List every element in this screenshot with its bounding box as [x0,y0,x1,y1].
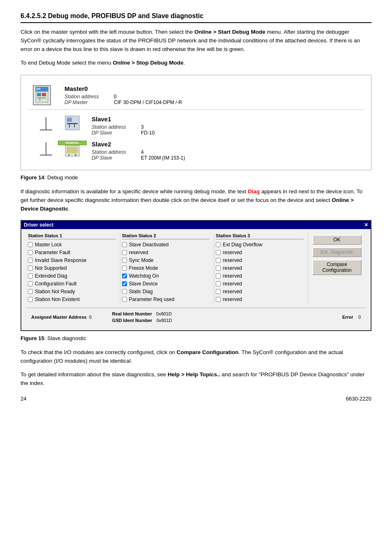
param-req-used-label: Parameter Req used [129,297,175,302]
reserved-s3-4-checkbox[interactable] [216,273,221,278]
close-icon[interactable]: ✕ [364,222,368,228]
dialog-buttons-col: OK Ext. Diagnostic Compare Configuration [308,233,366,304]
slave2-station-value: 4 [141,149,144,155]
col3-header: Station Status 3 [216,233,304,239]
master-name: Master0 [65,85,364,92]
reserved-s3-6-checkbox[interactable] [216,289,221,294]
dialog-footer: Assigned Master Address 0 Real Ident Num… [26,308,366,326]
svg-rect-13 [75,154,76,156]
master-dp-label: DP Master [65,100,106,105]
chk-param-req-used: Parameter Req used [122,297,210,302]
static-diag-label: Static Diag [129,289,153,294]
station-not-ready-checkbox[interactable] [28,289,33,294]
master-lock-label: Master Lock [35,242,62,248]
gsd-ident-value: 0x801D [157,318,172,323]
slave-device-checkbox[interactable] [122,281,127,286]
error-label: Error [342,315,353,320]
svg-rect-8 [69,124,70,127]
paragraph-2: To end Debug Mode select the menu Online… [21,59,371,67]
dialog-titlebar: Driver select ✕ [21,221,371,229]
error-item: Error 0 [342,315,361,320]
static-diag-checkbox[interactable] [122,289,127,294]
chk-reserved-s3-6: reserved [216,289,304,294]
reserved-s3-7-label: reserved [223,297,242,302]
ext-diag-overflow-checkbox[interactable] [216,242,221,247]
station-non-existent-checkbox[interactable] [28,297,33,302]
svg-rect-6 [67,118,72,122]
svg-rect-7 [67,123,78,124]
paragraph-5: To get detailed information about the sl… [21,371,371,388]
reserved-s3-7-checkbox[interactable] [216,297,221,302]
col1-header: Station Status 1 [28,233,116,239]
reserved-s3-6-label: reserved [223,289,242,294]
chk-parameter-fault: Parameter Fault [28,250,116,255]
page-footer: 24 6630-2220 [21,396,371,402]
assigned-master-value: 0 [89,315,92,320]
freeze-mode-checkbox[interactable] [122,266,127,271]
invalid-slave-checkbox[interactable] [28,258,33,263]
not-supported-checkbox[interactable] [28,266,33,271]
slave2-dp-value: ET 200M (IM 153-1) [141,155,185,161]
svg-rect-1 [37,93,41,96]
chk-freeze-mode: Freeze Mode [122,265,210,271]
extended-diag-checkbox[interactable] [28,273,33,278]
slave2-dp-label: DP Slave [92,155,133,161]
svg-rect-12 [68,154,70,156]
slave1-station-value: 3 [141,124,144,130]
doc-number: 6630-2220 [346,396,371,402]
figure-14-caption: Driver selectFigure 14Figure 14: Debug m… [21,174,371,182]
master-lock-checkbox[interactable] [28,242,33,247]
config-fault-label: Configuration Fault [35,281,76,287]
sync-mode-checkbox[interactable] [122,258,127,263]
param-req-used-checkbox[interactable] [122,297,127,302]
slave1-dp-value: FD-10 [141,130,154,136]
chk-ext-diag-overflow: Ext Diag Overflow [216,242,304,248]
paragraph-3: If diagnostic information is available f… [21,188,371,213]
chk-master-lock: Master Lock [28,242,116,248]
chk-invalid-slave: Invalid Slave Response [28,257,116,263]
ext-diagnostic-button[interactable]: Ext. Diagnostic [312,247,362,257]
svg-rect-9 [74,124,75,127]
dialog-body: Station Status 1 Master Lock Parameter F… [21,229,371,330]
reserved-s3-3-checkbox[interactable] [216,266,221,271]
page-number: 24 [21,396,26,402]
real-ident-value: 0x801D [156,311,172,316]
reserved-s3-2-checkbox[interactable] [216,258,221,263]
slave1-station-label: Station address [92,124,133,130]
ok-button[interactable]: OK [312,235,362,245]
config-fault-checkbox[interactable] [28,281,33,286]
dp-label: DP [35,87,48,91]
col2-header: Station Status 2 [122,233,210,239]
watchdog-on-checkbox[interactable] [122,273,127,278]
parameter-fault-label: Parameter Fault [35,250,70,255]
freeze-mode-label: Freeze Mode [129,265,158,271]
chk-reserved-s3-5: reserved [216,281,304,287]
svg-rect-3 [37,97,46,98]
watchdog-on-label: Watchdog On [129,273,159,279]
slave2-icon: GENERAL [58,141,87,157]
error-value: 0 [358,315,361,320]
compare-config-button[interactable]: Compare Configuration [312,259,362,275]
slave-deactivated-label: Slave Deactivated [129,242,169,248]
reserved-s3-5-label: reserved [223,281,242,287]
master-station-value: 0 [114,94,117,100]
slave1-dp-label: DP Slave [92,130,133,136]
real-ident-label: Real Ident Number [112,311,152,316]
reserved-s3-2-label: reserved [223,257,242,263]
paragraph-4: To check that the I/O modules are correc… [21,348,371,366]
svg-rect-11 [67,147,78,153]
slave-deactivated-checkbox[interactable] [122,242,127,247]
reserved1-checkbox[interactable] [122,250,127,255]
reserved-s3-4-label: reserved [223,273,242,279]
master-icon: DP [28,85,56,105]
slave2-station-label: Station address [92,149,133,155]
not-supported-label: Not Supported [35,265,67,271]
chk-reserved-s3-3: reserved [216,265,304,271]
master-device-row: DP Master0 Station address 0 DP Mast [28,82,364,110]
parameter-fault-checkbox[interactable] [28,250,33,255]
reserved-s3-5-checkbox[interactable] [216,281,221,286]
reserved-s3-1-checkbox[interactable] [216,250,221,255]
assigned-master-label: Assigned Master Address [31,315,87,320]
chk-static-diag: Static Diag [122,289,210,294]
figure-14-diagram: DP Master0 Station address 0 DP Mast [21,75,371,170]
